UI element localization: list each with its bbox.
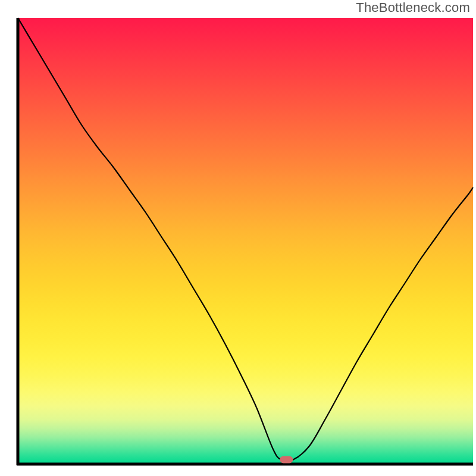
plot-background xyxy=(18,18,473,464)
chart-svg xyxy=(0,0,476,476)
bottleneck-chart: TheBottleneck.com xyxy=(0,0,476,476)
watermark-text: TheBottleneck.com xyxy=(356,0,470,15)
optimal-point-marker xyxy=(280,456,293,464)
